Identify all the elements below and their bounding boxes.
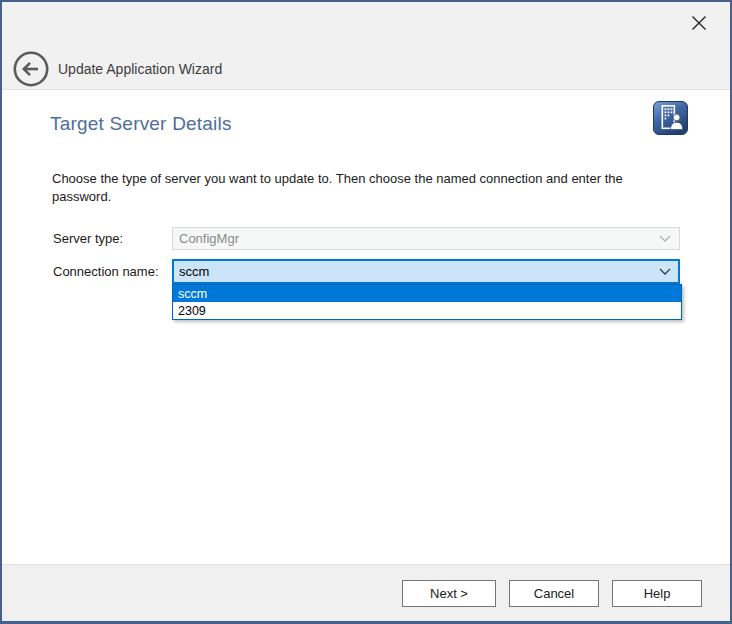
chevron-down-icon xyxy=(659,268,671,275)
connection-name-dropdown-list: sccm 2309 xyxy=(172,284,682,320)
chevron-down-icon xyxy=(659,235,671,242)
connection-name-combobox[interactable]: sccm xyxy=(172,259,680,284)
back-button[interactable] xyxy=(12,50,50,88)
wizard-footer: Next > Cancel Help xyxy=(2,564,730,621)
help-button[interactable]: Help xyxy=(612,580,702,607)
server-type-label: Server type: xyxy=(53,231,123,246)
dropdown-option-sccm[interactable]: sccm xyxy=(173,285,681,302)
connection-name-label: Connection name: xyxy=(53,264,159,279)
wizard-header: Update Application Wizard xyxy=(2,2,730,90)
page-description: Choose the type of server you want to up… xyxy=(52,170,664,207)
page-title: Target Server Details xyxy=(50,113,232,135)
cancel-button[interactable]: Cancel xyxy=(509,580,599,607)
close-icon xyxy=(691,15,707,31)
next-button[interactable]: Next > xyxy=(402,580,496,607)
wizard-title: Update Application Wizard xyxy=(58,61,222,77)
wizard-window: Update Application Wizard Target Server … xyxy=(0,0,732,624)
dropdown-option-2309[interactable]: 2309 xyxy=(173,302,681,319)
connection-name-value: sccm xyxy=(179,264,659,279)
back-arrow-icon xyxy=(12,50,50,88)
server-type-value: ConfigMgr xyxy=(179,231,659,246)
wizard-content: Target Server Details xyxy=(2,91,730,564)
server-type-combobox[interactable]: ConfigMgr xyxy=(172,227,680,250)
server-building-user-icon xyxy=(653,101,688,135)
close-button[interactable] xyxy=(686,10,712,36)
